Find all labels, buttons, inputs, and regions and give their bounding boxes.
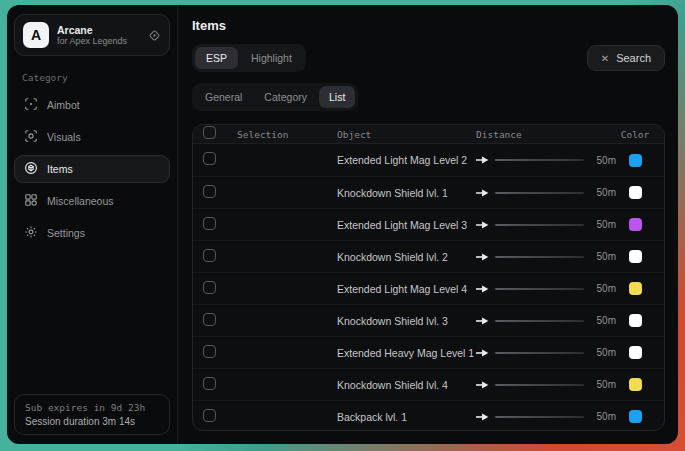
- slider-thumb-icon[interactable]: [476, 221, 489, 229]
- row-checkbox[interactable]: [203, 185, 216, 198]
- table-header: Selection Object Distance Color: [193, 125, 664, 144]
- cube-icon: [24, 161, 38, 177]
- table-row: Knockdown Shield lvl. 150m: [193, 176, 664, 208]
- color-swatch[interactable]: [629, 410, 642, 423]
- search-button-label: Search: [616, 52, 651, 64]
- slider-thumb-icon[interactable]: [476, 156, 489, 164]
- color-swatch[interactable]: [629, 250, 642, 263]
- color-swatch[interactable]: [629, 282, 642, 295]
- row-checkbox[interactable]: [203, 345, 216, 358]
- sidebar-section-label: Category: [22, 72, 170, 83]
- tab-esp[interactable]: ESP: [195, 47, 238, 69]
- table-row: Knockdown Shield lvl. 450m: [193, 368, 664, 400]
- table-row: Backpack lvl. 150m: [193, 400, 664, 431]
- table-row: Extended Light Mag Level 250m: [193, 144, 664, 176]
- color-swatch[interactable]: [629, 346, 642, 359]
- object-label: Knockdown Shield lvl. 2: [337, 251, 476, 263]
- focus-icon: [24, 129, 38, 145]
- crosshair-icon: [24, 97, 38, 113]
- distance-slider[interactable]: [495, 256, 584, 258]
- object-label: Knockdown Shield lvl. 1: [337, 187, 476, 199]
- distance-slider[interactable]: [495, 416, 584, 418]
- distance-value: 50m: [590, 283, 616, 294]
- row-checkbox[interactable]: [203, 217, 216, 230]
- distance-value: 50m: [590, 251, 616, 262]
- table-row: Extended Light Mag Level 350m: [193, 208, 664, 240]
- distance-slider[interactable]: [495, 192, 584, 194]
- column-header-color: Color: [616, 129, 654, 140]
- distance-value: 50m: [590, 379, 616, 390]
- distance-slider[interactable]: [495, 352, 584, 354]
- row-checkbox[interactable]: [203, 152, 216, 165]
- distance-value: 50m: [590, 315, 616, 326]
- items-table: Selection Object Distance Color Extended…: [192, 124, 665, 431]
- color-swatch[interactable]: [629, 186, 642, 199]
- select-all-checkbox[interactable]: [203, 126, 216, 139]
- slider-thumb-icon[interactable]: [476, 413, 489, 421]
- brand-card: A Arcane for Apex Legends: [14, 14, 170, 56]
- object-label: Knockdown Shield lvl. 3: [337, 315, 476, 327]
- sidebar: A Arcane for Apex Legends Category: [7, 5, 178, 444]
- distance-slider[interactable]: [495, 384, 584, 386]
- color-swatch[interactable]: [629, 218, 642, 231]
- slider-thumb-icon[interactable]: [476, 253, 489, 261]
- slider-thumb-icon[interactable]: [476, 317, 489, 325]
- distance-slider[interactable]: [495, 224, 584, 226]
- mode-tabs: ESP Highlight: [192, 44, 306, 72]
- distance-slider[interactable]: [495, 320, 584, 322]
- color-swatch[interactable]: [629, 378, 642, 391]
- table-row: Extended Light Mag Level 450m: [193, 272, 664, 304]
- app-logo: A: [23, 22, 49, 48]
- tab-highlight[interactable]: Highlight: [240, 47, 303, 69]
- distance-value: 50m: [590, 187, 616, 198]
- row-checkbox[interactable]: [203, 313, 216, 326]
- object-label: Extended Light Mag Level 3: [337, 219, 476, 231]
- sidebar-item-label: Items: [47, 163, 73, 175]
- row-checkbox[interactable]: [203, 281, 216, 294]
- pin-icon[interactable]: [148, 29, 161, 42]
- color-swatch[interactable]: [629, 154, 642, 167]
- sidebar-item-settings[interactable]: Settings: [14, 219, 170, 247]
- app-name: Arcane: [57, 24, 140, 36]
- distance-value: 50m: [590, 219, 616, 230]
- tab-list[interactable]: List: [319, 86, 355, 108]
- app-subtitle: for Apex Legends: [57, 36, 140, 46]
- row-checkbox[interactable]: [203, 377, 216, 390]
- gear-icon: [24, 225, 38, 241]
- search-button[interactable]: ✕ Search: [587, 45, 665, 71]
- distance-slider[interactable]: [495, 288, 584, 290]
- row-checkbox[interactable]: [203, 249, 216, 262]
- sidebar-item-label: Visuals: [47, 131, 81, 143]
- slider-thumb-icon[interactable]: [476, 349, 489, 357]
- sidebar-item-miscellaneous[interactable]: Miscellaneous: [14, 187, 170, 215]
- grid-icon: [24, 193, 38, 209]
- table-body: Extended Light Mag Level 250mKnockdown S…: [193, 144, 664, 431]
- sidebar-nav: Aimbot Visuals Items: [14, 91, 170, 247]
- search-icon: ✕: [601, 53, 609, 64]
- color-swatch[interactable]: [629, 314, 642, 327]
- slider-thumb-icon[interactable]: [476, 381, 489, 389]
- table-row: Knockdown Shield lvl. 250m: [193, 240, 664, 272]
- sidebar-item-items[interactable]: Items: [14, 155, 170, 183]
- object-label: Extended Light Mag Level 2: [337, 154, 476, 166]
- row-checkbox[interactable]: [203, 409, 216, 422]
- tab-category[interactable]: Category: [254, 86, 317, 108]
- distance-value: 50m: [590, 155, 616, 166]
- distance-slider[interactable]: [495, 159, 584, 161]
- slider-thumb-icon[interactable]: [476, 189, 489, 197]
- session-duration-text: Session duration 3m 14s: [25, 416, 159, 427]
- tab-general[interactable]: General: [195, 86, 252, 108]
- table-row: Extended Heavy Mag Level 150m: [193, 336, 664, 368]
- sidebar-item-label: Miscellaneous: [47, 195, 114, 207]
- column-header-distance: Distance: [476, 129, 616, 140]
- sidebar-item-visuals[interactable]: Visuals: [14, 123, 170, 151]
- distance-value: 50m: [590, 411, 616, 422]
- sidebar-item-aimbot[interactable]: Aimbot: [14, 91, 170, 119]
- session-card: Sub expires in 9d 23h Session duration 3…: [14, 394, 170, 435]
- table-row: Knockdown Shield lvl. 350m: [193, 304, 664, 336]
- slider-thumb-icon[interactable]: [476, 285, 489, 293]
- sidebar-item-label: Settings: [47, 227, 85, 239]
- object-label: Extended Heavy Mag Level 1: [337, 347, 476, 359]
- object-label: Extended Light Mag Level 4: [337, 283, 476, 295]
- page-title: Items: [192, 18, 665, 33]
